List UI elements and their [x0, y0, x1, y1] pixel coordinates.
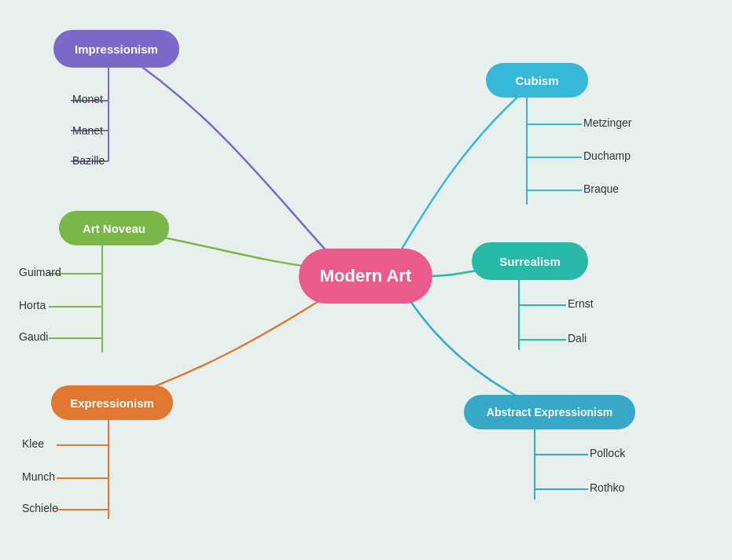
artnoveau-node: Art Noveau: [59, 211, 169, 245]
leaf-bazille: Bazille: [72, 154, 105, 167]
leaf-guimard: Guimard: [19, 266, 61, 278]
leaf-gaudi: Gaudi: [19, 330, 48, 343]
leaf-pollock: Pollock: [590, 447, 625, 459]
leaf-metzinger: Metzinger: [583, 116, 631, 129]
surrealism-label: Surrealism: [499, 255, 561, 268]
leaf-klee: Klee: [22, 437, 44, 450]
expressionism-label: Expressionism: [70, 396, 154, 410]
leaf-dali: Dali: [568, 332, 587, 344]
expressionism-node: Expressionism: [51, 385, 173, 420]
leaf-schiele: Schiele: [22, 502, 58, 514]
artnoveau-label: Art Noveau: [83, 222, 145, 235]
surrealism-node: Surrealism: [472, 242, 588, 280]
leaf-monet: Monet: [72, 93, 103, 105]
center-node: Modern Art: [299, 249, 432, 304]
leaf-munch: Munch: [22, 470, 55, 483]
leaf-duchamp: Duchamp: [583, 149, 631, 162]
impressionism-node: Impressionism: [53, 30, 179, 68]
leaf-rothko: Rothko: [590, 481, 624, 494]
cubism-label: Cubism: [515, 74, 558, 87]
center-label: Modern Art: [320, 266, 412, 286]
leaf-horta: Horta: [19, 299, 46, 311]
abstractexp-node: Abstract Expressionism: [464, 395, 635, 429]
abstractexp-label: Abstract Expressionism: [487, 406, 612, 418]
cubism-node: Cubism: [486, 63, 588, 98]
leaf-braque: Braque: [583, 182, 619, 195]
leaf-manet: Manet: [72, 124, 103, 137]
leaf-ernst: Ernst: [568, 297, 594, 310]
impressionism-label: Impressionism: [75, 42, 158, 56]
